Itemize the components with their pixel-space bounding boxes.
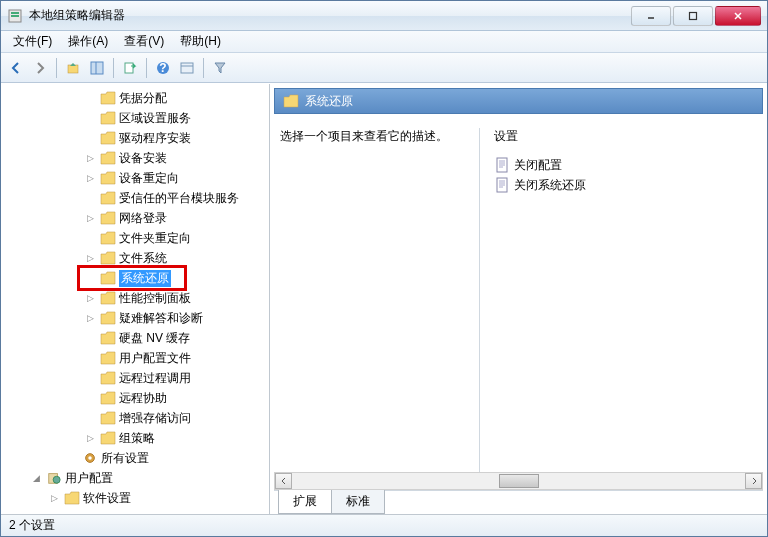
help-button[interactable]: ? [152, 57, 174, 79]
tree-expander-icon[interactable]: ▷ [83, 171, 97, 185]
menu-file[interactable]: 文件(F) [5, 31, 60, 52]
properties-button[interactable] [176, 57, 198, 79]
tree-node-label: 系统还原 [119, 270, 171, 287]
tree-expander-icon[interactable] [83, 351, 97, 365]
setting-item-label: 关闭配置 [514, 157, 562, 174]
tree-node[interactable]: ▷性能控制面板 [1, 288, 269, 308]
tree-node[interactable]: 所有设置 [1, 448, 269, 468]
tree-panel[interactable]: 凭据分配区域设置服务驱动程序安装▷设备安装▷设备重定向受信任的平台模块服务▷网络… [1, 84, 270, 514]
tree-node-label: 硬盘 NV 缓存 [119, 330, 190, 347]
tree-node-label: 区域设置服务 [119, 110, 191, 127]
toolbar-separator [203, 58, 204, 78]
tree-expander-icon[interactable] [83, 391, 97, 405]
tree-node[interactable]: 远程协助 [1, 388, 269, 408]
content-body: 选择一个项目来查看它的描述。 设置 关闭配置关闭系统还原 [270, 114, 767, 472]
toolbar-separator [146, 58, 147, 78]
tree-expander-icon[interactable]: ▷ [83, 311, 97, 325]
tree-expander-icon[interactable] [65, 451, 79, 465]
tree-node[interactable]: ▷设备重定向 [1, 168, 269, 188]
tab-standard[interactable]: 标准 [331, 490, 385, 514]
tree-node-label: 凭据分配 [119, 90, 167, 107]
tree-expander-icon[interactable]: ◢ [29, 471, 43, 485]
tree-node-label: 用户配置 [65, 470, 113, 487]
tree-expander-icon[interactable] [83, 331, 97, 345]
svg-point-16 [88, 456, 92, 460]
maximize-button[interactable] [673, 6, 713, 26]
tree-node[interactable]: 系统还原 [1, 268, 269, 288]
setting-item[interactable]: 关闭系统还原 [494, 175, 757, 195]
setting-item-icon [494, 177, 510, 193]
tree-expander-icon[interactable] [83, 91, 97, 105]
tree-node[interactable]: ▷组策略 [1, 428, 269, 448]
filter-button[interactable] [209, 57, 231, 79]
export-button[interactable] [119, 57, 141, 79]
tree-node-label: 所有设置 [101, 450, 149, 467]
tree-node[interactable]: ▷疑难解答和诊断 [1, 308, 269, 328]
tree-node-label: 受信任的平台模块服务 [119, 190, 239, 207]
menu-help[interactable]: 帮助(H) [172, 31, 229, 52]
tree-node[interactable]: ▷设备安装 [1, 148, 269, 168]
content-header: 系统还原 [274, 88, 763, 114]
content-header-title: 系统还原 [305, 93, 353, 110]
tree-expander-icon[interactable]: ▷ [47, 491, 61, 505]
tabs-strip: 扩展 标准 [274, 490, 763, 514]
tree-expander-icon[interactable]: ▷ [83, 211, 97, 225]
tree-node[interactable]: 文件夹重定向 [1, 228, 269, 248]
settings-column: 设置 关闭配置关闭系统还原 [480, 128, 757, 472]
menu-view[interactable]: 查看(V) [116, 31, 172, 52]
tree-node[interactable]: ◢用户配置 [1, 468, 269, 488]
statusbar: 2 个设置 [1, 514, 767, 536]
menu-action[interactable]: 操作(A) [60, 31, 116, 52]
svg-rect-2 [11, 15, 19, 17]
tree-node-label: 软件设置 [83, 490, 131, 507]
tree-node-label: 设备重定向 [119, 170, 179, 187]
close-button[interactable] [715, 6, 761, 26]
tree-node[interactable]: 远程过程调用 [1, 368, 269, 388]
minimize-button[interactable] [631, 6, 671, 26]
tree-expander-icon[interactable] [83, 271, 97, 285]
svg-point-18 [53, 476, 60, 483]
folder-icon [283, 94, 299, 108]
show-hide-tree-button[interactable] [86, 57, 108, 79]
scroll-left-button[interactable] [275, 473, 292, 489]
tree-node[interactable]: 增强存储访问 [1, 408, 269, 428]
tree-expander-icon[interactable] [83, 371, 97, 385]
tab-extended[interactable]: 扩展 [278, 490, 332, 514]
toolbar: ? [1, 53, 767, 83]
tree-node-label: 文件夹重定向 [119, 230, 191, 247]
setting-item[interactable]: 关闭配置 [494, 155, 757, 175]
svg-rect-10 [125, 63, 133, 73]
tree-node[interactable]: 区域设置服务 [1, 108, 269, 128]
tree-node[interactable]: 驱动程序安装 [1, 128, 269, 148]
window: 本地组策略编辑器 文件(F) 操作(A) 查看(V) 帮助(H) ? 凭据分配区… [0, 0, 768, 537]
scroll-right-button[interactable] [745, 473, 762, 489]
up-button[interactable] [62, 57, 84, 79]
setting-item-label: 关闭系统还原 [514, 177, 586, 194]
tree-node[interactable]: ▷软件设置 [1, 488, 269, 508]
tree-node[interactable]: ▷网络登录 [1, 208, 269, 228]
scroll-thumb[interactable] [499, 474, 539, 488]
tree-expander-icon[interactable]: ▷ [83, 251, 97, 265]
titlebar[interactable]: 本地组策略编辑器 [1, 1, 767, 31]
tree-expander-icon[interactable]: ▷ [83, 431, 97, 445]
tree-expander-icon[interactable] [83, 131, 97, 145]
tree-expander-icon[interactable] [83, 191, 97, 205]
tree-node-label: 网络登录 [119, 210, 167, 227]
tree-expander-icon[interactable] [83, 111, 97, 125]
tree-node[interactable]: ▷文件系统 [1, 248, 269, 268]
tree-node-label: 远程协助 [119, 390, 167, 407]
back-button[interactable] [5, 57, 27, 79]
settings-column-header[interactable]: 设置 [494, 128, 757, 145]
tree-node[interactable]: 用户配置文件 [1, 348, 269, 368]
svg-rect-13 [181, 63, 193, 73]
forward-button[interactable] [29, 57, 51, 79]
tree-node[interactable]: 硬盘 NV 缓存 [1, 328, 269, 348]
tree-expander-icon[interactable]: ▷ [83, 291, 97, 305]
tree-expander-icon[interactable]: ▷ [83, 151, 97, 165]
horizontal-scrollbar[interactable] [274, 472, 763, 490]
tree-node[interactable]: 受信任的平台模块服务 [1, 188, 269, 208]
tree-expander-icon[interactable] [83, 231, 97, 245]
tree-node[interactable]: 凭据分配 [1, 88, 269, 108]
tree-expander-icon[interactable] [83, 411, 97, 425]
right-panel: 系统还原 选择一个项目来查看它的描述。 设置 关闭配置关闭系统还原 扩展 标准 [270, 84, 767, 514]
